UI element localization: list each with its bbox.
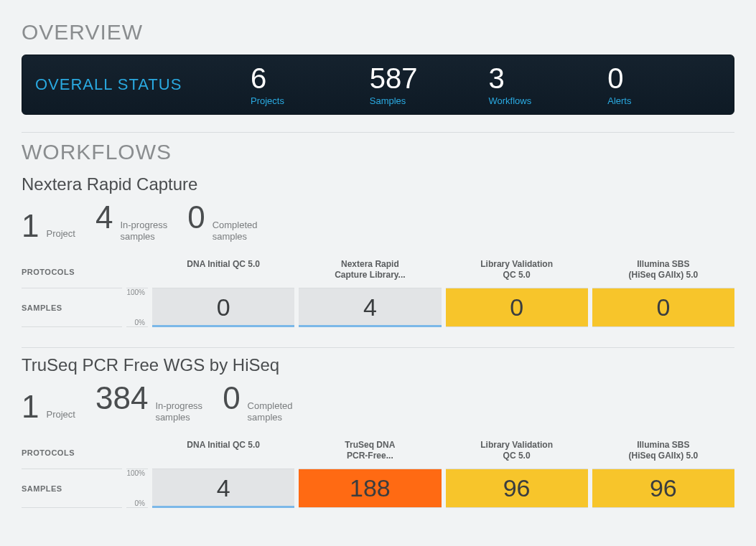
overall-stat-workflows-cap: Workflows <box>489 95 602 106</box>
progress-underline <box>299 325 441 327</box>
overall-stat-projects[interactable]: 6 Projects <box>248 64 367 106</box>
workflow-1-stats: 1 Project 4 In-progress samples 0 Comple… <box>22 202 734 242</box>
workflow-1-stat-inprogress: 4 In-progress samples <box>95 202 167 242</box>
axis-bottom: 0% <box>135 319 145 326</box>
workflow-2-completed-label: Completed samples <box>248 400 293 423</box>
workflow-2-projects-label: Project <box>46 409 75 420</box>
workflow-1-projects-label: Project <box>46 228 75 240</box>
overall-stat-workflows-num: 3 <box>489 64 602 93</box>
overall-stat-alerts[interactable]: 0 Alerts <box>605 64 724 106</box>
workflow-2-stat-projects: 1 Project <box>22 391 75 423</box>
workflow-2-value-4: 96 <box>650 474 677 502</box>
workflow-1-inprogress-num: 4 <box>95 202 113 233</box>
axis-col: 100% 0% <box>126 469 148 508</box>
workflow-2-cell-4[interactable]: 96 <box>592 469 734 508</box>
workflow-2-protocol-2[interactable]: TruSeq DNA PCR-Free... <box>299 437 441 469</box>
workflow-1-cell-4[interactable]: 0 <box>592 288 734 327</box>
overall-stat-projects-num: 6 <box>251 64 364 93</box>
workflow-2-inprogress-label: In-progress samples <box>155 400 202 423</box>
workflow-1-value-2: 4 <box>363 293 377 321</box>
workflow-1-completed-num: 0 <box>187 202 205 233</box>
workflows-title: WORKFLOWS <box>22 140 734 164</box>
divider <box>22 132 734 133</box>
workflow-1-protocol-3[interactable]: Library Validation QC 5.0 <box>446 256 588 288</box>
workflow-2-value-1: 4 <box>217 474 230 502</box>
axis-top: 100% <box>126 288 145 296</box>
protocols-row-label: PROTOCOLS <box>22 256 122 288</box>
workflow-1-stat-completed: 0 Completed samples <box>187 202 257 242</box>
protocols-row-label: PROTOCOLS <box>22 437 122 469</box>
workflow-2-protocol-4[interactable]: Illumina SBS (HiSeq GAIIx) 5.0 <box>592 437 734 469</box>
progress-underline <box>152 506 294 508</box>
overall-stat-samples[interactable]: 587 Samples <box>367 64 486 106</box>
workflow-1-name[interactable]: Nextera Rapid Capture <box>22 174 734 194</box>
workflow-2-value-3: 96 <box>503 474 531 502</box>
workflow-2-stat-completed: 0 Completed samples <box>223 382 292 423</box>
overview-title: OVERVIEW <box>22 20 734 44</box>
workflow-1-value-4: 0 <box>656 293 670 321</box>
workflow-2-protocol-3[interactable]: Library Validation QC 5.0 <box>446 437 588 469</box>
workflow-1-protocol-1[interactable]: DNA Initial QC 5.0 <box>152 256 294 288</box>
workflow-2-cell-2[interactable]: 188 <box>299 469 441 508</box>
divider <box>22 347 734 348</box>
workflow-2-protocol-1[interactable]: DNA Initial QC 5.0 <box>152 437 294 469</box>
workflow-1-stat-projects: 1 Project <box>22 210 75 242</box>
overall-stat-alerts-cap: Alerts <box>607 95 721 106</box>
workflow-2-cell-3[interactable]: 96 <box>446 469 588 508</box>
workflow-2-inprogress-num: 384 <box>95 382 148 414</box>
overall-stat-samples-num: 587 <box>370 64 483 93</box>
workflow-1-protocol-2[interactable]: Nextera Rapid Capture Library... <box>299 256 441 288</box>
overall-stat-projects-cap: Projects <box>251 95 364 106</box>
overall-stat-workflows[interactable]: 3 Workflows <box>486 64 605 106</box>
workflow-1-projects-num: 1 <box>22 210 39 242</box>
workflow-1-inprogress-label: In-progress samples <box>120 220 167 242</box>
workflow-2-projects-num: 1 <box>22 391 39 423</box>
workflow-1-protocol-4[interactable]: Illumina SBS (HiSeq GAIIx) 5.0 <box>592 256 734 288</box>
workflow-1-cell-2[interactable]: 4 <box>299 288 441 327</box>
axis-col: 100% 0% <box>126 288 148 327</box>
axis-bottom: 0% <box>135 499 145 507</box>
workflow-2-stat-inprogress: 384 In-progress samples <box>95 382 202 423</box>
axis-spacer <box>126 256 148 288</box>
overall-stat-samples-cap: Samples <box>370 95 483 106</box>
workflow-1-completed-label: Completed samples <box>213 220 258 242</box>
overall-status-label: OVERALL STATUS <box>32 75 248 94</box>
progress-underline <box>152 325 294 327</box>
workflow-2-protocol-grid: PROTOCOLS DNA Initial QC 5.0 TruSeq DNA … <box>22 437 734 508</box>
axis-top: 100% <box>126 469 145 477</box>
overall-status-bar: OVERALL STATUS 6 Projects 587 Samples 3 … <box>22 55 734 115</box>
axis-spacer <box>126 437 148 469</box>
workflow-1-value-3: 0 <box>510 293 523 321</box>
workflow-1-cell-3[interactable]: 0 <box>446 288 588 327</box>
overall-stat-alerts-num: 0 <box>607 64 721 93</box>
workflow-2-stats: 1 Project 384 In-progress samples 0 Comp… <box>22 382 734 423</box>
workflow-2-value-2: 188 <box>350 474 391 502</box>
workflow-2-name[interactable]: TruSeq PCR Free WGS by HiSeq <box>22 355 734 375</box>
workflow-1-cell-1[interactable]: 0 <box>152 288 294 327</box>
workflow-2-completed-num: 0 <box>223 382 240 414</box>
workflow-2-cell-1[interactable]: 4 <box>152 469 294 508</box>
workflow-1-value-1: 0 <box>217 293 230 321</box>
workflow-1-protocol-grid: PROTOCOLS DNA Initial QC 5.0 Nextera Rap… <box>22 256 734 327</box>
samples-row-label: SAMPLES <box>22 469 122 508</box>
samples-row-label: SAMPLES <box>22 288 122 327</box>
